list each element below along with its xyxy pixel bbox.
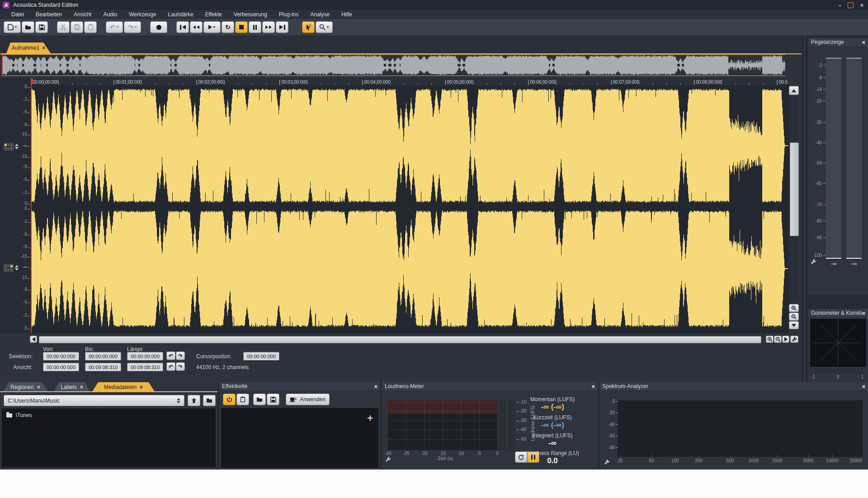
- vertical-scrollbar-thumb[interactable]: [790, 142, 799, 236]
- effektkette-close-icon[interactable]: ×: [374, 383, 377, 390]
- desktop-background: [0, 470, 868, 498]
- pegelanzeige-close-icon[interactable]: ×: [862, 39, 865, 46]
- apply-cup-icon: [290, 397, 297, 402]
- menu-item-werkzeuge[interactable]: Werkzeuge: [123, 10, 162, 19]
- db-scale-label-ch2: 0: [8, 206, 27, 211]
- cursor-position-field[interactable]: 00:00:00:000: [243, 352, 279, 360]
- meter-right-value: -∞: [846, 261, 862, 267]
- tab-aufnahme1[interactable]: Aufnahme1 ×: [6, 43, 51, 53]
- menu-item-lautstrke[interactable]: Lautstärke: [162, 10, 199, 19]
- save-file-button[interactable]: [35, 21, 48, 33]
- menu-item-audio[interactable]: Audio: [97, 10, 123, 19]
- redo-button[interactable]: ↷: [124, 21, 141, 33]
- anwenden-button[interactable]: Anwenden: [286, 394, 330, 405]
- pegel-scale-label: -40: [808, 140, 822, 145]
- undo-button[interactable]: ↶: [106, 21, 123, 33]
- redo-dropdown-icon[interactable]: [134, 26, 137, 28]
- selektion-bis-field[interactable]: 00:00:00:000: [85, 352, 121, 360]
- minimize-button[interactable]: –: [838, 2, 841, 8]
- pegelanzeige-settings-wrench[interactable]: [811, 259, 816, 265]
- menu-item-effekte[interactable]: Effekte: [199, 10, 228, 19]
- loudness-gridline-v: [461, 400, 461, 450]
- chain-enable-button[interactable]: [223, 394, 236, 405]
- open-file-button[interactable]: [22, 21, 34, 33]
- tab-mediadateien[interactable]: Mediadateien×: [92, 382, 155, 392]
- undo-dropdown-icon[interactable]: [116, 26, 119, 28]
- vertical-zoom-in-button[interactable]: [789, 304, 799, 312]
- horizontal-zoom-in-button[interactable]: [766, 336, 774, 343]
- selection-tool-button[interactable]: [302, 21, 315, 33]
- skip-start-button[interactable]: [176, 21, 189, 33]
- play-button[interactable]: [203, 21, 221, 33]
- regionen-close-icon[interactable]: ×: [37, 384, 40, 390]
- chain-save-button[interactable]: [267, 394, 279, 405]
- spektrum-close-icon[interactable]: ×: [862, 383, 865, 390]
- selektion-laenge-field[interactable]: 00:00:00:000: [127, 352, 163, 360]
- close-button[interactable]: ×: [860, 2, 863, 8]
- overview-strip[interactable]: [2, 54, 785, 76]
- tab-close-icon[interactable]: ×: [42, 45, 45, 51]
- mediadateien-close-icon[interactable]: ×: [140, 384, 143, 390]
- effect-chain-list[interactable]: +: [221, 408, 378, 468]
- selektion-redo-button[interactable]: ↷: [176, 351, 185, 360]
- ansicht-bis-field[interactable]: 00:09:08:310: [85, 363, 121, 371]
- cut-button[interactable]: [57, 21, 70, 33]
- menu-item-ansicht[interactable]: Ansicht: [68, 10, 97, 19]
- chain-open-button[interactable]: [253, 394, 266, 405]
- selektion-undo-button[interactable]: ↶: [166, 351, 175, 360]
- waveform-canvas[interactable]: [30, 78, 789, 333]
- record-button[interactable]: [150, 21, 167, 33]
- zoom-tool-button[interactable]: [316, 21, 333, 33]
- menu-item-plugins[interactable]: Plug-ins: [273, 10, 304, 19]
- loop-button[interactable]: ↻: [222, 21, 234, 33]
- loudness-close-icon[interactable]: ×: [591, 383, 595, 390]
- path-spinner-icon[interactable]: [177, 398, 180, 403]
- horizontal-zoom-out-button[interactable]: [774, 336, 782, 343]
- scroll-down-button[interactable]: [789, 321, 799, 329]
- tab-labels[interactable]: Labels×: [53, 382, 90, 392]
- menu-item-datei[interactable]: Datei: [5, 10, 30, 19]
- add-effect-button[interactable]: +: [367, 413, 373, 424]
- menu-item-analyse[interactable]: Analyse: [304, 10, 335, 19]
- ansicht-undo-button[interactable]: ↶: [166, 362, 175, 371]
- ansicht-redo-button[interactable]: ↷: [176, 362, 185, 371]
- play-dropdown-icon[interactable]: [213, 26, 216, 28]
- pegel-scale-label: -80: [808, 218, 822, 223]
- spectrum-display: [618, 400, 863, 457]
- fast-forward-button[interactable]: [262, 21, 275, 33]
- list-item[interactable]: iTunes: [2, 408, 216, 418]
- scroll-right-button[interactable]: [782, 336, 789, 343]
- scroll-left-button[interactable]: [30, 336, 37, 343]
- browse-folder-button[interactable]: [203, 395, 216, 406]
- goniometer-close-icon[interactable]: ×: [862, 310, 865, 317]
- view-settings-wrench-button[interactable]: [790, 336, 798, 343]
- skip-end-button[interactable]: [276, 21, 288, 33]
- tab-regionen[interactable]: Regionen×: [3, 382, 48, 392]
- menu-item-verbesserung[interactable]: Verbesserung: [228, 10, 273, 19]
- scroll-up-button[interactable]: [789, 86, 799, 95]
- copy-button[interactable]: [71, 21, 83, 33]
- file-list[interactable]: iTunes: [2, 408, 216, 467]
- zoom-dropdown-icon[interactable]: [326, 26, 329, 28]
- menu-item-bearbeiten[interactable]: Bearbeiten: [30, 10, 68, 19]
- pause-button[interactable]: [249, 21, 261, 33]
- menu-item-hilfe[interactable]: Hilfe: [335, 10, 358, 19]
- ansicht-von-field[interactable]: 00:00:00:000: [43, 363, 79, 371]
- folder-up-button[interactable]: [188, 395, 200, 406]
- horizontal-scrollbar-thumb[interactable]: [39, 336, 761, 343]
- stop-button[interactable]: [235, 21, 248, 33]
- new-file-dropdown-icon[interactable]: [14, 26, 17, 28]
- labels-close-icon[interactable]: ×: [80, 384, 83, 390]
- column-bis-label: Bis:: [85, 346, 120, 352]
- selektion-von-field[interactable]: 00:00:00:000: [43, 352, 79, 360]
- paste-button[interactable]: [84, 21, 97, 33]
- ansicht-laenge-field[interactable]: 00:09:08:310: [127, 363, 163, 371]
- chain-clipboard-button[interactable]: [236, 394, 249, 405]
- panel-splitter[interactable]: [802, 35, 808, 382]
- maximize-button[interactable]: [848, 2, 854, 8]
- path-dropdown[interactable]: C:\Users\Manu\Music: [4, 395, 184, 406]
- loudness-settings-wrench[interactable]: [385, 456, 391, 462]
- new-file-button[interactable]: [4, 21, 21, 33]
- vertical-zoom-out-button[interactable]: [789, 313, 799, 321]
- rewind-button[interactable]: [190, 21, 203, 33]
